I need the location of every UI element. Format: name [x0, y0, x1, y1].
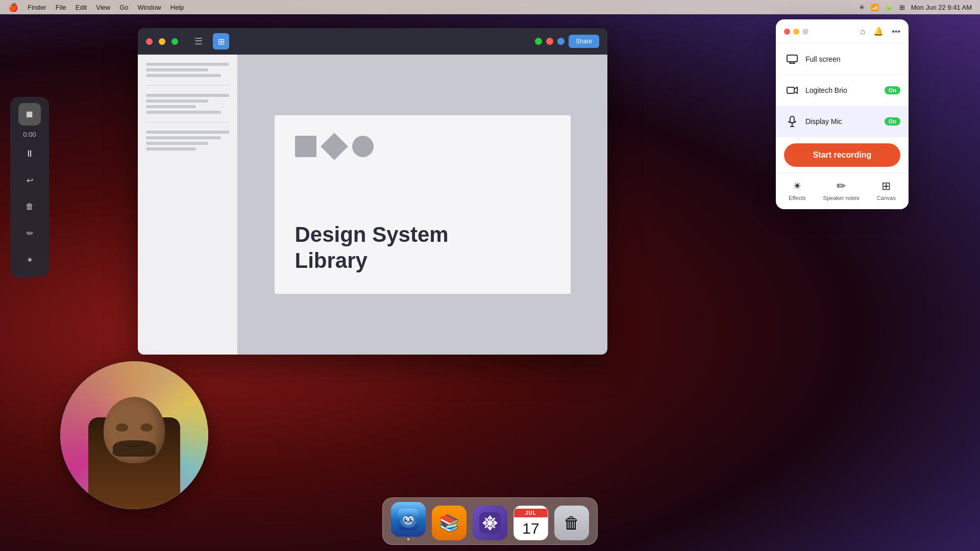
window-minimize-button[interactable] [159, 38, 165, 45]
svg-rect-0 [787, 55, 797, 62]
svg-rect-6 [790, 116, 794, 123]
panel-close-button[interactable] [784, 29, 790, 35]
effects-label: Effects [789, 195, 805, 201]
stop-recording-button[interactable]: ⏹ [18, 103, 41, 126]
shape-diamond [321, 133, 348, 160]
slide-shapes [295, 136, 550, 157]
slide-line [146, 111, 221, 114]
books-icon: 📚 [432, 506, 467, 540]
speaker-notes-icon: ✏ [837, 180, 846, 193]
dock-item-calendar[interactable]: JUL 17 [513, 506, 548, 540]
person-head [104, 397, 165, 463]
window-content: Design System Library [138, 55, 607, 355]
slide-lines-group-3 [146, 131, 229, 151]
menubar-datetime: Mon Jun 22 9:41 AM [911, 4, 972, 11]
main-slide-area[interactable]: Design System Library [237, 55, 607, 355]
menubar: 🍎 Finder File Edit View Go Window Help ✳… [0, 0, 980, 14]
dock-item-trash[interactable]: 🗑 [554, 506, 589, 540]
monitor-icon [784, 51, 800, 67]
start-recording-button[interactable]: Start recording [784, 143, 900, 167]
undo-button[interactable]: ↩ [18, 169, 41, 191]
perplexity-icon [473, 506, 507, 540]
pencil-button[interactable]: ✏ [18, 222, 41, 244]
logitech-row[interactable]: Logitech Brio On [776, 75, 909, 106]
apple-menu[interactable]: 🍎 [8, 3, 18, 12]
display-mic-label: Display Mic [805, 117, 885, 126]
display-mic-row[interactable]: Display Mic On [776, 106, 909, 137]
slide-line [146, 63, 229, 66]
dock-item-books[interactable]: 📚 [432, 506, 467, 540]
svg-point-10 [400, 514, 416, 528]
person-face [60, 361, 208, 509]
sparkle-button[interactable]: ✴ [18, 248, 41, 271]
menubar-view[interactable]: View [96, 4, 110, 11]
delete-button[interactable]: 🗑 [18, 195, 41, 218]
menubar-wifi-icon[interactable]: 📶 [871, 4, 879, 11]
display-mic-badge: On [885, 117, 900, 126]
camera-bubble [60, 361, 208, 509]
grid-view-button[interactable]: ⊞ [213, 33, 229, 49]
menubar-edit[interactable]: Edit [76, 4, 87, 11]
recording-panel: ⌂ 🔔 ••• Full screen Logitech Brio On [776, 19, 909, 209]
dock-item-perplexity[interactable] [473, 506, 507, 540]
camera-bubble-inner [60, 361, 208, 509]
sidebar-toggle-button[interactable]: ☰ [190, 33, 207, 49]
bell-icon[interactable]: 🔔 [873, 27, 884, 36]
full-screen-row[interactable]: Full screen [776, 44, 909, 75]
svg-point-16 [411, 518, 412, 520]
pause-button[interactable]: ⏸ [18, 142, 41, 165]
share-button[interactable]: Share [569, 35, 599, 48]
slide-separator [146, 85, 229, 86]
dock-dot [407, 538, 409, 540]
slide-line [146, 68, 208, 71]
window-titlebar: ☰ ⊞ Share [138, 28, 607, 55]
window-fullscreen-button[interactable] [172, 38, 178, 45]
slide-line [146, 142, 208, 145]
calendar-date: 17 [522, 519, 539, 538]
panel-fullscreen-button[interactable] [802, 29, 808, 35]
dock-item-finder[interactable] [391, 502, 426, 540]
panel-minimize-button[interactable] [793, 29, 799, 35]
panel-header: ⌂ 🔔 ••• [776, 19, 909, 44]
more-options-icon[interactable]: ••• [892, 27, 900, 36]
panel-footer: ✴ Effects ✏ Speaker notes ⊞ Canvas [776, 173, 909, 209]
menubar-file[interactable]: File [56, 4, 66, 11]
canvas-button[interactable]: ⊞ Canvas [877, 180, 896, 201]
menubar-sun-icon: ✳ [859, 4, 865, 11]
shape-circle [352, 136, 374, 157]
shape-square [295, 136, 316, 157]
menubar-right: ✳ 📶 🔋 ⊞ Mon Jun 22 9:41 AM [859, 4, 972, 11]
slide-lines-group-1 [146, 63, 229, 77]
speaker-notes-label: Speaker notes [823, 195, 860, 201]
menubar-go[interactable]: Go [119, 4, 128, 11]
menubar-window[interactable]: Window [138, 4, 161, 11]
menubar-left: 🍎 Finder File Edit View Go Window Help [8, 3, 184, 12]
trash-icon: 🗑 [554, 506, 589, 540]
menubar-finder[interactable]: Finder [28, 4, 46, 11]
slide-line [146, 99, 208, 103]
camera-icon [784, 82, 800, 98]
panel-header-icons: ⌂ 🔔 ••• [861, 27, 900, 36]
canvas-label: Canvas [877, 195, 896, 201]
menubar-control-center-icon[interactable]: ⊞ [899, 4, 905, 11]
slide-separator [146, 122, 229, 122]
menubar-help[interactable]: Help [170, 4, 184, 11]
svg-rect-4 [787, 87, 794, 93]
presentation-window: ☰ ⊞ Share [138, 28, 607, 355]
slide-thumbnail-panel[interactable] [138, 55, 237, 355]
effects-button[interactable]: ✴ Effects [789, 180, 805, 201]
finder-icon [391, 502, 426, 537]
slide-title: Design System Library [295, 222, 550, 273]
speaker-notes-button[interactable]: ✏ Speaker notes [823, 180, 860, 201]
slide-line [146, 131, 229, 134]
home-icon[interactable]: ⌂ [861, 27, 866, 36]
panel-traffic-lights [784, 29, 808, 35]
timer-display: 0:00 [23, 131, 36, 138]
calendar-month: JUL [514, 509, 548, 517]
window-close-button[interactable] [146, 38, 153, 45]
toolbar-dot-blue [557, 38, 565, 45]
dock: 📚 [382, 497, 598, 545]
slide-line [146, 94, 229, 97]
logitech-label: Logitech Brio [805, 86, 885, 94]
svg-point-15 [406, 518, 407, 520]
